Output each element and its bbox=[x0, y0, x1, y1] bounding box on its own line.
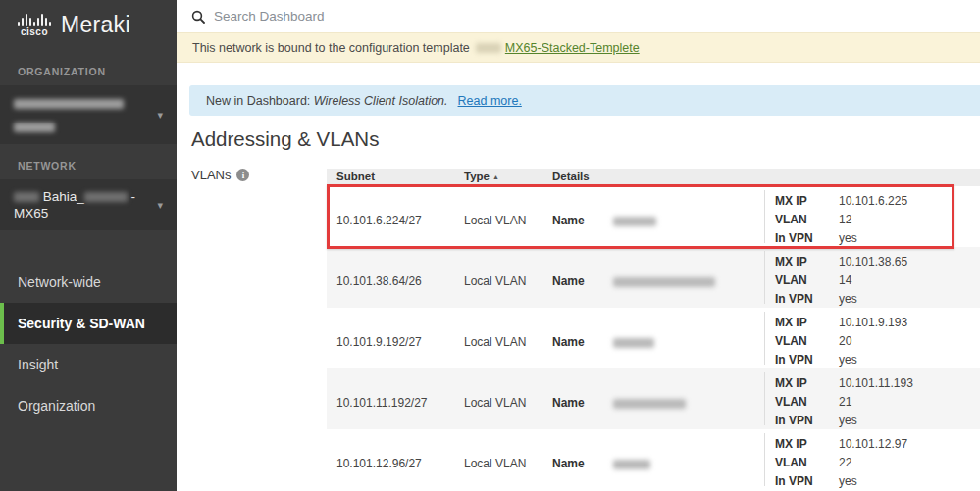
table-row[interactable]: 10.101.38.64/26 Local VLAN Name MX IP10.… bbox=[327, 247, 980, 308]
divider bbox=[764, 372, 765, 425]
table-header-row: Subnet Type▲ Details bbox=[327, 169, 980, 186]
meraki-dashboard: cisco Meraki ORGANIZATION ▾ NETWORK Bahi… bbox=[0, 0, 980, 491]
sidebar-item-network-wide[interactable]: Network-wide bbox=[0, 262, 177, 303]
vlans-section-label: VLANs i bbox=[191, 168, 249, 182]
chevron-down-icon: ▾ bbox=[157, 109, 163, 122]
new-feature-name: Wireless Client Isolation. bbox=[314, 94, 448, 108]
template-link[interactable]: MX65-Stacked-Templete bbox=[505, 41, 640, 55]
template-banner: This network is bound to the configurati… bbox=[177, 32, 980, 63]
page-title: Addressing & VLANs bbox=[191, 127, 379, 151]
type-value: Local VLAN bbox=[464, 214, 526, 227]
sidebar-item-insight[interactable]: Insight bbox=[0, 344, 177, 385]
column-header-subnet[interactable]: Subnet bbox=[336, 171, 375, 182]
search-input[interactable] bbox=[214, 9, 508, 24]
network-name: Bahia_ - MX65 bbox=[14, 188, 147, 221]
main-content: This network is bound to the configurati… bbox=[177, 0, 980, 491]
row-details: MX IP10.101.9.193 VLAN20 In VPNyes bbox=[775, 314, 971, 369]
name-label: Name bbox=[552, 274, 585, 288]
read-more-link[interactable]: Read more. bbox=[458, 94, 522, 108]
name-label: Name bbox=[552, 214, 585, 227]
sort-ascending-icon: ▲ bbox=[492, 173, 499, 180]
divider bbox=[764, 190, 765, 243]
divider bbox=[764, 251, 765, 304]
row-details: MX IP10.101.38.65 VLAN14 In VPNyes bbox=[775, 253, 971, 309]
vlan-id-value: 14 bbox=[839, 271, 851, 290]
network-selector[interactable]: Bahia_ - MX65 ▾ bbox=[0, 179, 177, 230]
mx-ip-value: 10.101.11.193 bbox=[839, 374, 913, 393]
subnet-value: 10.101.12.96/27 bbox=[336, 457, 422, 470]
table-row[interactable]: 10.101.12.96/27 Local VLAN Name MX IP10.… bbox=[327, 429, 980, 490]
name-label: Name bbox=[552, 396, 585, 410]
subnet-value: 10.101.11.192/27 bbox=[336, 396, 428, 410]
column-header-type[interactable]: Type▲ bbox=[464, 171, 499, 182]
vlan-id-value: 12 bbox=[839, 211, 851, 229]
mx-ip-value: 10.101.9.193 bbox=[839, 314, 907, 332]
cisco-logo-icon: cisco bbox=[18, 14, 51, 37]
type-value: Local VLAN bbox=[464, 457, 526, 470]
divider bbox=[764, 433, 765, 486]
type-value: Local VLAN bbox=[464, 335, 526, 349]
redacted-vlan-name bbox=[613, 457, 650, 470]
cisco-meraki-logo[interactable]: cisco Meraki bbox=[0, 0, 177, 48]
type-value: Local VLAN bbox=[464, 396, 526, 410]
table-row[interactable]: 10.101.9.192/27 Local VLAN Name MX IP10.… bbox=[327, 308, 980, 368]
in-vpn-value: yes bbox=[839, 229, 857, 248]
search-icon bbox=[191, 10, 205, 24]
meraki-wordmark: Meraki bbox=[61, 12, 130, 38]
vlan-id-value: 20 bbox=[839, 332, 851, 351]
sidebar-item-organization[interactable]: Organization bbox=[0, 385, 177, 426]
sidebar-nav: Network-wide Security & SD-WAN Insight O… bbox=[0, 262, 177, 426]
name-label: Name bbox=[552, 335, 585, 349]
vlan-id-value: 21 bbox=[839, 393, 851, 412]
in-vpn-value: yes bbox=[839, 472, 857, 491]
new-feature-banner: New in Dashboard: Wireless Client Isolat… bbox=[189, 85, 980, 116]
mx-ip-value: 10.101.38.65 bbox=[839, 253, 907, 271]
new-feature-prefix: New in Dashboard: bbox=[206, 94, 310, 108]
chevron-down-icon: ▾ bbox=[157, 199, 163, 212]
cisco-wordmark: cisco bbox=[21, 27, 48, 37]
redacted-vlan-name bbox=[613, 274, 715, 288]
organization-section-label: ORGANIZATION bbox=[0, 66, 177, 77]
subnet-value: 10.101.6.224/27 bbox=[336, 214, 422, 227]
divider bbox=[764, 312, 765, 365]
in-vpn-value: yes bbox=[839, 351, 857, 369]
in-vpn-value: yes bbox=[839, 412, 857, 430]
subnet-value: 10.101.9.192/27 bbox=[336, 335, 422, 349]
table-row[interactable]: 10.101.6.224/27 Local VLAN Name MX IP10.… bbox=[327, 186, 980, 247]
row-details: MX IP10.101.6.225 VLAN12 In VPNyes bbox=[775, 192, 971, 248]
row-details: MX IP10.101.11.193 VLAN21 In VPNyes bbox=[775, 374, 971, 430]
mx-ip-value: 10.101.6.225 bbox=[839, 192, 907, 211]
network-section-label: NETWORK bbox=[0, 160, 177, 172]
template-banner-text: This network is bound to the configurati… bbox=[192, 41, 470, 55]
top-search-bar bbox=[177, 0, 980, 32]
redacted-vlan-name bbox=[613, 214, 656, 227]
in-vpn-value: yes bbox=[839, 290, 857, 309]
mx-ip-value: 10.101.12.97 bbox=[839, 435, 907, 454]
type-value: Local VLAN bbox=[464, 274, 526, 288]
info-icon[interactable]: i bbox=[236, 169, 249, 181]
redacted-vlan-name bbox=[613, 335, 654, 349]
table-row[interactable]: 10.101.11.192/27 Local VLAN Name MX IP10… bbox=[327, 368, 980, 429]
organization-selector[interactable]: ▾ bbox=[0, 85, 177, 144]
vlan-id-value: 22 bbox=[839, 454, 851, 472]
vlans-table: Subnet Type▲ Details 10.101.6.224/27 Loc… bbox=[327, 169, 980, 490]
name-label: Name bbox=[552, 457, 585, 470]
sidebar-item-security-sd-wan[interactable]: Security & SD-WAN bbox=[0, 303, 177, 344]
redacted-vlan-name bbox=[613, 396, 686, 410]
subnet-value: 10.101.38.64/26 bbox=[336, 274, 422, 288]
column-header-details[interactable]: Details bbox=[552, 171, 590, 182]
sidebar: cisco Meraki ORGANIZATION ▾ NETWORK Bahi… bbox=[0, 0, 177, 491]
row-details: MX IP10.101.12.97 VLAN22 In VPNyes bbox=[775, 435, 971, 491]
